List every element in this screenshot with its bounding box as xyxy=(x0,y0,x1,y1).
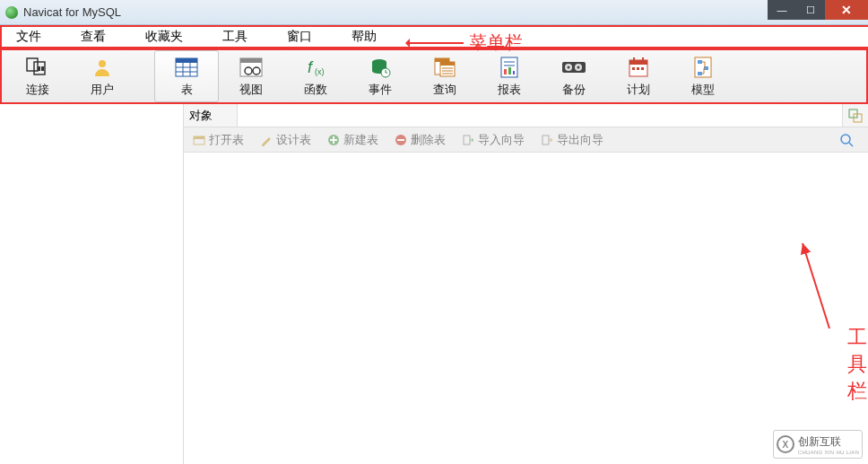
toolbar-connect-label: 连接 xyxy=(26,82,49,98)
svg-rect-42 xyxy=(632,67,635,70)
svg-point-37 xyxy=(577,66,580,69)
table-icon xyxy=(174,55,199,80)
window-controls: — ☐ ✕ xyxy=(768,0,868,20)
svg-rect-2 xyxy=(38,66,40,71)
toolbar-view-label: 视图 xyxy=(239,82,263,98)
user-icon xyxy=(90,55,115,80)
main-area: 对象 打开表 设计表 新建表 删除表 xyxy=(0,104,868,464)
connection-tree-sidebar[interactable] xyxy=(0,104,184,464)
objtool-new[interactable]: 新建表 xyxy=(327,132,378,148)
svg-rect-40 xyxy=(633,57,635,62)
svg-rect-6 xyxy=(176,58,197,63)
menu-favorite[interactable]: 收藏夹 xyxy=(135,27,194,47)
menu-annotation-label: 菜单栏 xyxy=(469,31,523,55)
object-side-icon[interactable] xyxy=(843,104,868,127)
main-toolbar: 连接 用户 表 视图 f(x) 函数 事件 查询 xyxy=(0,48,868,104)
svg-rect-39 xyxy=(629,60,647,65)
toolbar-model[interactable]: 模型 xyxy=(671,50,735,102)
toolbar-view[interactable]: 视图 xyxy=(219,50,283,102)
window-minimize-button[interactable]: — xyxy=(768,0,796,20)
svg-rect-30 xyxy=(504,69,507,74)
toolbar-function[interactable]: f(x) 函数 xyxy=(283,50,348,102)
menu-tools[interactable]: 工具 xyxy=(212,27,258,47)
report-icon xyxy=(497,55,522,80)
svg-rect-57 xyxy=(542,136,549,144)
svg-rect-31 xyxy=(508,67,511,74)
toolbar-user[interactable]: 用户 xyxy=(70,50,135,102)
event-icon xyxy=(368,55,393,80)
object-toolbar: 打开表 设计表 新建表 删除表 导入向导 导出向导 xyxy=(184,127,868,153)
toolbar-schedule-label: 计划 xyxy=(627,82,650,98)
svg-text:f: f xyxy=(308,58,314,76)
toolbar-annotation-label: 工具栏 xyxy=(847,324,868,405)
objtool-delete[interactable]: 删除表 xyxy=(395,132,446,148)
window-maximize-button[interactable]: ☐ xyxy=(796,0,825,20)
toolbar-event-label: 事件 xyxy=(369,82,392,98)
toolbar-user-label: 用户 xyxy=(91,82,114,98)
menu-view[interactable]: 查看 xyxy=(70,27,117,47)
svg-rect-23 xyxy=(440,62,455,66)
svg-rect-45 xyxy=(695,57,711,77)
svg-point-58 xyxy=(841,135,850,144)
object-tab[interactable]: 对象 xyxy=(184,104,238,127)
toolbar-report[interactable]: 报表 xyxy=(477,50,542,102)
objtool-design[interactable]: 设计表 xyxy=(260,132,311,148)
svg-text:(x): (x) xyxy=(315,67,325,76)
title-bar: Navicat for MySQL — ☐ ✕ xyxy=(0,0,868,25)
menu-file[interactable]: 文件 xyxy=(5,27,52,47)
watermark-logo-icon: X xyxy=(777,435,794,453)
svg-rect-41 xyxy=(642,57,644,62)
svg-point-4 xyxy=(99,60,106,67)
menu-window[interactable]: 窗口 xyxy=(276,27,323,47)
svg-line-60 xyxy=(803,243,829,328)
toolbar-report-label: 报表 xyxy=(498,82,521,98)
svg-rect-46 xyxy=(698,60,702,64)
svg-rect-43 xyxy=(637,67,639,70)
objtool-import[interactable]: 导入向导 xyxy=(462,132,525,148)
window-title: Navicat for MySQL xyxy=(23,5,121,19)
schedule-icon xyxy=(626,55,651,80)
toolbar-backup-label: 备份 xyxy=(562,82,586,98)
content-area: 对象 打开表 设计表 新建表 删除表 xyxy=(184,104,868,464)
toolbar-query-label: 查询 xyxy=(433,82,456,98)
toolbar-model-label: 模型 xyxy=(691,82,715,98)
toolbar-table[interactable]: 表 xyxy=(154,50,219,102)
menu-annotation-arrow: 菜单栏 xyxy=(410,31,523,55)
toolbar-event[interactable]: 事件 xyxy=(348,50,412,102)
toolbar-annotation-arrow xyxy=(794,239,865,337)
toolbar-connect[interactable]: 连接 xyxy=(5,50,70,102)
function-icon: f(x) xyxy=(303,55,328,80)
svg-rect-12 xyxy=(240,58,262,63)
window-close-button[interactable]: ✕ xyxy=(825,0,868,20)
svg-rect-3 xyxy=(41,66,44,71)
app-logo-icon xyxy=(5,6,18,19)
svg-rect-56 xyxy=(464,136,470,144)
model-icon xyxy=(690,55,716,80)
backup-icon xyxy=(561,55,586,80)
svg-rect-44 xyxy=(641,67,644,70)
objtool-open[interactable]: 打开表 xyxy=(193,132,244,148)
object-path-field[interactable] xyxy=(238,104,843,127)
svg-rect-55 xyxy=(397,139,404,141)
watermark: X 创新互联 CHUANG XIN HU LIAN xyxy=(773,430,863,459)
objtool-export[interactable]: 导出向导 xyxy=(541,132,603,148)
svg-point-35 xyxy=(568,66,570,69)
view-icon xyxy=(239,55,264,80)
svg-rect-48 xyxy=(698,72,702,75)
toolbar-backup[interactable]: 备份 xyxy=(542,50,606,102)
query-icon xyxy=(432,55,457,80)
toolbar-query[interactable]: 查询 xyxy=(412,50,477,102)
watermark-sub: CHUANG XIN HU LIAN xyxy=(798,450,859,455)
svg-rect-21 xyxy=(435,58,449,62)
toolbar-function-label: 函数 xyxy=(304,82,327,98)
menu-bar: 文件 查看 收藏夹 工具 窗口 帮助 菜单栏 xyxy=(0,25,868,48)
object-tab-row: 对象 xyxy=(184,104,868,127)
svg-rect-52 xyxy=(194,136,204,139)
watermark-brand: 创新互联 xyxy=(798,434,859,450)
svg-rect-32 xyxy=(513,71,515,74)
objtool-search[interactable] xyxy=(834,133,859,147)
menu-help[interactable]: 帮助 xyxy=(341,27,387,47)
toolbar-table-label: 表 xyxy=(181,82,193,98)
toolbar-schedule[interactable]: 计划 xyxy=(606,50,671,102)
svg-line-59 xyxy=(849,143,853,146)
